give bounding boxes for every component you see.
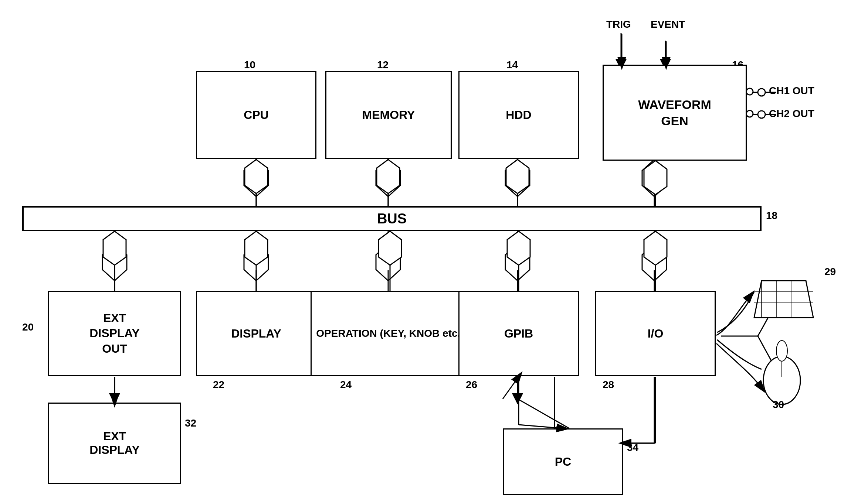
diagram: 10 CPU 12 MEMORY 14 HDD TRIG EVENT 16 WA… [0, 0, 868, 503]
svg-marker-4 [376, 160, 400, 196]
label-trig: TRIG [606, 18, 631, 30]
svg-marker-10 [642, 160, 667, 196]
svg-marker-25 [642, 244, 667, 281]
keyboard-icon [747, 273, 821, 325]
block-pc: PC [503, 428, 623, 495]
svg-marker-16 [244, 244, 268, 281]
svg-line-40 [518, 399, 569, 428]
ref-pc: 34 [627, 442, 638, 454]
block-bus: BUS [22, 206, 762, 231]
label-event: EVENT [651, 18, 685, 30]
block-display: DISPLAY [196, 291, 316, 376]
svg-line-80 [503, 377, 519, 399]
svg-marker-0 [244, 160, 268, 196]
label-cpu: CPU [244, 108, 269, 122]
svg-marker-61 [377, 160, 400, 194]
ref-ext-display: 32 [185, 417, 196, 429]
label-waveform-gen: WAVEFORMGEN [638, 96, 711, 129]
label-operation: OPERATION (KEY, KNOB etc.) [316, 326, 464, 341]
ref-gpib: 26 [466, 379, 477, 391]
block-cpu: CPU [196, 71, 316, 159]
ref-mouse: 30 [773, 399, 784, 411]
svg-marker-44 [754, 281, 813, 318]
label-io: I/O [648, 327, 664, 341]
ref-keyboard: 29 [824, 266, 836, 278]
label-ch1-out: CH1 OUT [769, 85, 814, 97]
svg-marker-69 [245, 231, 268, 265]
svg-line-81 [519, 425, 563, 428]
block-memory: MEMORY [325, 71, 452, 159]
svg-marker-19 [376, 244, 400, 281]
svg-marker-7 [505, 160, 530, 196]
ref-display: 22 [213, 379, 224, 391]
ref-hdd: 14 [506, 59, 518, 71]
svg-marker-59 [245, 160, 268, 194]
ref-ext-display-out: 20 [22, 321, 34, 333]
label-pc: PC [555, 455, 571, 469]
svg-point-34 [758, 111, 765, 118]
svg-marker-13 [102, 244, 127, 281]
ref-io: 28 [603, 379, 614, 391]
svg-point-32 [758, 89, 765, 96]
block-operation: OPERATION (KEY, KNOB etc.) [311, 291, 469, 376]
label-ext-display: EXTDISPLAY [89, 430, 140, 457]
ref-memory: 12 [377, 59, 389, 71]
block-ext-display-out: EXTDISPLAYOUT [48, 291, 181, 376]
ref-operation: 24 [340, 379, 352, 391]
label-ch2-out: CH2 OUT [769, 108, 814, 120]
svg-marker-73 [507, 231, 530, 265]
block-ext-display: EXTDISPLAY [48, 403, 181, 484]
label-memory: MEMORY [362, 108, 415, 122]
svg-marker-65 [644, 161, 667, 195]
mouse-icon [758, 340, 806, 406]
block-waveform-gen: WAVEFORMGEN [603, 65, 747, 161]
svg-marker-22 [505, 244, 530, 281]
label-ext-display-out: EXTDISPLAYOUT [89, 311, 140, 357]
svg-marker-75 [644, 231, 667, 265]
block-hdd: HDD [458, 71, 579, 159]
svg-point-58 [746, 110, 753, 117]
svg-marker-63 [506, 160, 529, 194]
label-bus: BUS [377, 211, 407, 227]
svg-point-57 [746, 88, 753, 95]
label-gpib: GPIB [504, 327, 533, 341]
label-display: DISPLAY [231, 327, 281, 341]
block-io: I/O [595, 291, 716, 376]
label-hdd: HDD [506, 108, 531, 122]
block-gpib: GPIB [458, 291, 579, 376]
svg-marker-71 [379, 231, 401, 265]
svg-point-52 [776, 341, 787, 361]
svg-marker-67 [103, 231, 126, 265]
ref-bus: 18 [766, 210, 777, 222]
ref-cpu: 10 [244, 59, 255, 71]
